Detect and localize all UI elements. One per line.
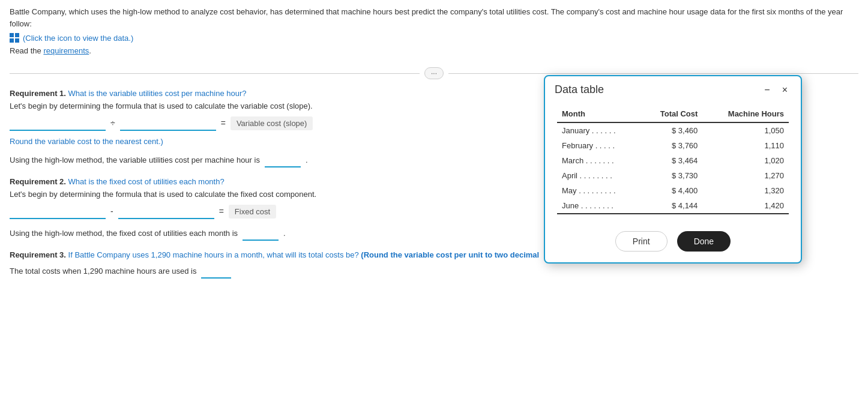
req2-equals: = — [219, 207, 224, 216]
req2-result-input[interactable] — [243, 225, 279, 241]
divider-button[interactable]: ··· — [424, 67, 444, 79]
table-cell-month: May . . . . . . . . . — [557, 183, 640, 198]
req2-minus-operator: - — [110, 207, 113, 216]
table-row: April . . . . . . . .$ 3,7301,270 — [557, 168, 789, 183]
req3-result-input[interactable] — [201, 263, 231, 279]
table-cell-machine-hours: 1,320 — [702, 183, 789, 198]
svg-rect-1 — [15, 33, 19, 37]
divider-line-left — [10, 73, 420, 74]
read-requirements-row: Read the requirements. — [10, 46, 858, 55]
done-button[interactable]: Done — [677, 231, 731, 252]
modal-table-container: Month Total Cost Machine Hours January .… — [545, 100, 801, 224]
table-row: February . . . . .$ 3,7601,110 — [557, 138, 789, 153]
req3-result-text-before: The total costs when 1,290 machine hours… — [10, 267, 196, 276]
req1-result-text-after: . — [306, 155, 308, 164]
req3-result-row: The total costs when 1,290 machine hours… — [10, 263, 858, 279]
divider-line-right — [448, 73, 858, 74]
table-cell-total-cost: $ 4,144 — [640, 198, 702, 214]
requirements-link[interactable]: requirements — [43, 46, 89, 55]
table-row: May . . . . . . . . .$ 4,4001,320 — [557, 183, 789, 198]
req1-formula-label: Variable cost (slope) — [231, 116, 313, 130]
modal-header: Data table − × — [545, 76, 801, 100]
modal-title: Data table — [555, 83, 604, 96]
req2-result-text-before: Using the high-low method, the fixed cos… — [10, 229, 238, 238]
table-cell-month: March . . . . . . . — [557, 153, 640, 168]
table-row: June . . . . . . . .$ 4,1441,420 — [557, 198, 789, 214]
req1-input2[interactable] — [120, 115, 216, 131]
table-cell-total-cost: $ 3,460 — [640, 122, 702, 138]
table-cell-machine-hours: 1,270 — [702, 168, 789, 183]
req2-result-text-after: . — [283, 229, 286, 238]
svg-rect-3 — [15, 38, 19, 43]
table-cell-total-cost: $ 4,400 — [640, 183, 702, 198]
modal-close-button[interactable]: × — [779, 84, 791, 96]
table-cell-machine-hours: 1,110 — [702, 138, 789, 153]
table-cell-total-cost: $ 3,730 — [640, 168, 702, 183]
table-cell-month: April . . . . . . . . — [557, 168, 640, 183]
data-icon-row[interactable]: (Click the icon to view the data.) — [10, 33, 858, 43]
table-cell-total-cost: $ 3,760 — [640, 138, 702, 153]
data-table: Month Total Cost Machine Hours January .… — [557, 106, 789, 214]
req1-divide-operator: ÷ — [110, 118, 115, 128]
req1-input1[interactable] — [10, 115, 106, 131]
table-cell-machine-hours: 1,050 — [702, 122, 789, 138]
table-cell-machine-hours: 1,020 — [702, 153, 789, 168]
req2-input1[interactable] — [10, 204, 106, 219]
req3-note: (Round the variable cost per unit to two… — [361, 250, 539, 259]
intro-text: Battle Company, which uses the high-low … — [10, 6, 858, 29]
req1-result-input[interactable] — [265, 152, 301, 167]
req2-formula-label: Fixed cost — [229, 205, 276, 219]
table-cell-month: January . . . . . . — [557, 122, 640, 138]
col-header-month: Month — [557, 106, 640, 122]
req1-equals: = — [221, 118, 226, 128]
svg-rect-2 — [10, 38, 14, 43]
col-header-total-cost: Total Cost — [640, 106, 702, 122]
table-cell-machine-hours: 1,420 — [702, 198, 789, 214]
table-row: March . . . . . . .$ 3,4641,020 — [557, 153, 789, 168]
grid-icon — [10, 33, 19, 43]
req2-input2[interactable] — [118, 204, 214, 219]
table-header-row: Month Total Cost Machine Hours — [557, 106, 789, 122]
print-button[interactable]: Print — [615, 231, 668, 252]
modal-controls: − × — [761, 84, 791, 96]
table-cell-total-cost: $ 3,464 — [640, 153, 702, 168]
table-cell-month: June . . . . . . . . — [557, 198, 640, 214]
table-row: January . . . . . .$ 3,4601,050 — [557, 122, 789, 138]
icon-link-text[interactable]: (Click the icon to view the data.) — [23, 34, 133, 43]
table-cell-month: February . . . . . — [557, 138, 640, 153]
col-header-machine-hours: Machine Hours — [702, 106, 789, 122]
req1-result-text-before: Using the high-low method, the variable … — [10, 155, 260, 164]
modal-footer: Print Done — [545, 224, 801, 262]
modal-minimize-button[interactable]: − — [761, 84, 773, 96]
data-table-modal: Data table − × Month Total Cost Machine … — [544, 75, 802, 264]
svg-rect-0 — [10, 33, 14, 37]
